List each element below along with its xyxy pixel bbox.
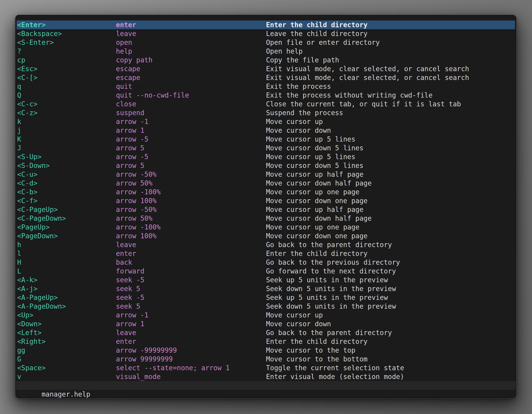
command-cell: arrow 5	[116, 144, 266, 152]
key-cell: <A-j>	[17, 284, 116, 293]
keybind-row[interactable]: Q quit --no-cwd-file Exit the process wi…	[17, 91, 515, 100]
keybind-row[interactable]: <S-Down> arrow 5 Move cursor down 5 line…	[17, 161, 515, 170]
keybind-row[interactable]: cp copy path Copy the file path	[17, 56, 515, 64]
description-cell: Close the current tab, or quit if it is …	[266, 100, 515, 108]
command-cell: leave	[116, 240, 266, 249]
keybind-row[interactable]: <Enter> enter Enter the child directory	[17, 20, 515, 29]
keybind-row[interactable]: <Esc> escape Exit visual mode, clear sel…	[17, 64, 515, 73]
keybind-row[interactable]: <C-b> arrow -100% Move cursor up one pag…	[17, 188, 515, 196]
keybind-row[interactable]: <Space> select --state=none; arrow 1 Tog…	[17, 364, 515, 372]
command-cell: escape	[116, 73, 266, 82]
keybind-row[interactable]: gg arrow -99999999 Move cursor to the to…	[17, 346, 515, 355]
keybind-row[interactable]: l enter Enter the child directory	[17, 249, 515, 258]
description-cell: Move cursor down 5 lines	[266, 144, 515, 152]
keybind-row[interactable]: <C-u> arrow -50% Move cursor up half pag…	[17, 170, 515, 179]
keybind-row[interactable]: <A-PageDown> seek 5 Seek down 5 units in…	[17, 302, 515, 311]
description-cell: Go back to the previous directory	[266, 258, 515, 267]
keybind-row[interactable]: <A-j> seek 5 Seek down 5 units in the pr…	[17, 284, 515, 293]
keybind-row[interactable]: <C-z> suspend Suspend the process	[17, 108, 515, 117]
keybind-row[interactable]: <C-f> arrow 100% Move cursor down one pa…	[17, 196, 515, 205]
command-cell: seek -5	[116, 276, 266, 284]
description-cell: Enter visual mode (selection mode)	[266, 372, 515, 381]
keybind-row[interactable]: h leave Go back to the parent directory	[17, 240, 515, 249]
command-cell: escape	[116, 64, 266, 73]
description-cell: Copy the file path	[266, 56, 515, 64]
key-cell: <C-u>	[17, 170, 116, 179]
description-cell: Enter the child directory	[266, 337, 515, 346]
command-cell: enter	[116, 337, 266, 346]
keybind-row[interactable]: <PageUp> arrow -100% Move cursor up one …	[17, 223, 515, 231]
keybind-row[interactable]: <C-PageDown> arrow 50% Move cursor down …	[17, 214, 515, 223]
command-cell: arrow -5	[116, 152, 266, 161]
description-cell: Exit the process	[266, 82, 515, 91]
keybind-row[interactable]: q quit Exit the process	[17, 82, 515, 91]
key-cell: <C-PageUp>	[17, 205, 116, 214]
keybind-row[interactable]: G arrow 99999999 Move cursor to the bott…	[17, 355, 515, 364]
keybind-row[interactable]: <Left> leave Go back to the parent direc…	[17, 328, 515, 337]
key-cell: J	[17, 144, 116, 152]
keybind-row[interactable]: <Down> arrow 1 Move cursor down	[17, 319, 515, 328]
key-cell: <Enter>	[17, 20, 116, 29]
key-cell: j	[17, 126, 116, 135]
key-cell: <C-c>	[17, 100, 116, 108]
command-cell: seek -5	[116, 293, 266, 302]
keybind-row[interactable]: <Backspace> leave Leave the child direct…	[17, 29, 515, 38]
description-cell: Seek up 5 units in the preview	[266, 293, 515, 302]
command-cell: copy path	[116, 56, 266, 64]
command-cell: arrow -100%	[116, 223, 266, 231]
keybind-row[interactable]: <C-d> arrow 50% Move cursor down half pa…	[17, 179, 515, 188]
key-cell: gg	[17, 346, 116, 355]
command-cell: arrow 5	[116, 161, 266, 170]
description-cell: Move cursor up half page	[266, 170, 515, 179]
description-cell: Move cursor down one page	[266, 231, 515, 240]
help-keybind-list: <Enter> enter Enter the child directory …	[17, 20, 515, 381]
keybind-row[interactable]: <S-Up> arrow -5 Move cursor up 5 lines	[17, 152, 515, 161]
keybind-row[interactable]: J arrow 5 Move cursor down 5 lines	[17, 144, 515, 152]
keybind-row[interactable]: ? help Open help	[17, 47, 515, 56]
desktop-background: <Enter> enter Enter the child directory …	[0, 0, 532, 414]
keybind-row[interactable]: v visual_mode Enter visual mode (selecti…	[17, 372, 515, 381]
key-cell: <PageUp>	[17, 223, 116, 231]
description-cell: Move cursor down half page	[266, 179, 515, 188]
keybind-row[interactable]: <A-PageUp> seek -5 Seek up 5 units in th…	[17, 293, 515, 302]
command-cell: seek 5	[116, 284, 266, 293]
description-cell: Move cursor up half page	[266, 205, 515, 214]
keybind-row[interactable]: <Right> enter Enter the child directory	[17, 337, 515, 346]
command-cell: quit	[116, 82, 266, 91]
key-cell: q	[17, 82, 116, 91]
key-cell: <S-Down>	[17, 161, 116, 170]
key-cell: G	[17, 355, 116, 364]
keybind-row[interactable]: H back Go back to the previous directory	[17, 258, 515, 267]
keybind-row[interactable]: <A-k> seek -5 Seek up 5 units in the pre…	[17, 276, 515, 284]
keybind-row[interactable]: k arrow -1 Move cursor up	[17, 117, 515, 126]
key-cell: <A-PageUp>	[17, 293, 116, 302]
keybind-row[interactable]: L forward Go forward to the next directo…	[17, 267, 515, 276]
description-cell: Move cursor up 5 lines	[266, 152, 515, 161]
command-cell: arrow 1	[116, 126, 266, 135]
command-cell: visual_mode	[116, 372, 266, 381]
key-cell: <C-f>	[17, 196, 116, 205]
command-cell: arrow -50%	[116, 205, 266, 214]
command-cell: arrow -99999999	[116, 346, 266, 355]
keybind-row[interactable]: <Up> arrow -1 Move cursor up	[17, 311, 515, 319]
keybind-row[interactable]: <PageDown> arrow 100% Move cursor down o…	[17, 231, 515, 240]
key-cell: <C-d>	[17, 179, 116, 188]
command-cell: leave	[116, 29, 266, 38]
keybind-row[interactable]: <S-Enter> open Open file or enter direct…	[17, 38, 515, 47]
description-cell: Go back to the parent directory	[266, 328, 515, 337]
description-cell: Move cursor up	[266, 117, 515, 126]
key-cell: ?	[17, 47, 116, 56]
keybind-row[interactable]: <C-[> escape Exit visual mode, clear sel…	[17, 73, 515, 82]
command-cell: open	[116, 38, 266, 47]
description-cell: Move cursor up	[266, 311, 515, 319]
description-cell: Move cursor down	[266, 319, 515, 328]
key-cell: <A-k>	[17, 276, 116, 284]
key-cell: v	[17, 372, 116, 381]
command-cell: select --state=none; arrow 1	[116, 364, 266, 372]
keybind-row[interactable]: j arrow 1 Move cursor down	[17, 126, 515, 135]
key-cell: l	[17, 249, 116, 258]
keybind-row[interactable]: <C-PageUp> arrow -50% Move cursor up hal…	[17, 205, 515, 214]
command-cell: leave	[116, 328, 266, 337]
keybind-row[interactable]: <C-c> close Close the current tab, or qu…	[17, 100, 515, 108]
keybind-row[interactable]: K arrow -5 Move cursor up 5 lines	[17, 135, 515, 144]
